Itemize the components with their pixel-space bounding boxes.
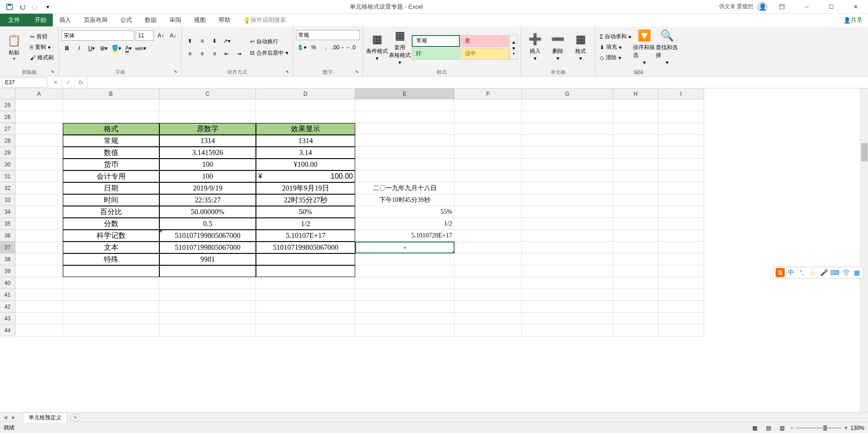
cell-A44[interactable] [15,325,63,336]
cell-B40[interactable] [63,277,159,289]
row-header-38[interactable]: 38 [0,253,15,265]
conditional-format-button[interactable]: ▦条件格式▾ [366,29,388,66]
close-button[interactable]: ✕ [845,0,866,14]
wrap-text-button[interactable]: ↩ 自动换行 [248,37,290,46]
cell-B30[interactable]: 货币 [63,159,159,170]
cell-C26[interactable] [159,111,256,123]
cell-E30[interactable] [355,159,454,170]
cell-D31[interactable]: ¥100.00 [256,170,355,182]
cell-H26[interactable] [613,111,659,123]
cell-I35[interactable] [659,218,704,230]
row-header-29[interactable]: 29 [0,147,15,159]
cell-B29[interactable]: 数值 [63,147,159,159]
row-header-30[interactable]: 30 [0,159,15,170]
cell-C37[interactable]: 510107199805067000 [159,242,256,253]
cell-A40[interactable] [15,277,63,289]
cell-A43[interactable] [15,313,63,325]
cell-C41[interactable] [159,289,256,301]
cell-E33[interactable]: 下午10时45分39秒 [355,194,454,206]
cell-G27[interactable] [522,123,613,135]
cell-C34[interactable]: 50.00000% [159,206,256,218]
cell-D30[interactable]: ¥100.00 [256,159,355,170]
cell-F34[interactable] [454,206,522,218]
tab-file[interactable]: 文件 [0,14,28,26]
cell-A28[interactable] [15,135,63,147]
cell-style-bad[interactable]: 差 [461,35,509,47]
cell-G34[interactable] [522,206,613,218]
row-header-40[interactable]: 40 [0,277,15,289]
name-box[interactable] [2,77,47,88]
cell-D35[interactable]: 1/2 [256,218,355,230]
cell-D25[interactable] [256,99,355,111]
cell-A30[interactable] [15,159,63,170]
cell-D34[interactable]: 50% [256,206,355,218]
cell-E29[interactable] [355,147,454,159]
ime-toolbar[interactable]: S 中 °, ☺ 🎤 ⌨ 👕 ▦ [773,267,863,278]
cell-I26[interactable] [659,111,704,123]
cell-B38[interactable]: 特殊 [63,253,159,265]
cell-D41[interactable] [256,289,355,301]
row-header-32[interactable]: 32 [0,182,15,194]
cell-E34[interactable]: 55% [355,206,454,218]
enter-formula-icon[interactable]: ✓ [62,77,75,88]
tab-review[interactable]: 审阅 [163,14,188,26]
cell-D40[interactable] [256,277,355,289]
cell-I25[interactable] [659,99,704,111]
cell-I44[interactable] [659,325,704,336]
cell-H37[interactable] [613,242,659,253]
redo-button[interactable] [29,1,41,13]
col-header-H[interactable]: H [613,88,659,99]
border-button[interactable]: ⊞▾ [98,43,109,54]
cell-G44[interactable] [522,325,613,336]
ime-mic-icon[interactable]: 🎤 [819,268,828,277]
zoom-out-button[interactable]: − [790,425,793,431]
cell-E31[interactable] [355,170,454,182]
cell-B31[interactable]: 会计专用 [63,170,159,182]
cell-A39[interactable] [15,265,63,277]
cell-H44[interactable] [613,325,659,336]
font-name-select[interactable] [61,31,134,41]
cell-H33[interactable] [613,194,659,206]
cell-H35[interactable] [613,218,659,230]
fx-icon[interactable]: fx [75,77,87,88]
autosum-button[interactable]: Σ 自动求和 ▾ [598,32,633,41]
paste-button[interactable]: 📋粘贴▾ [3,29,26,66]
cell-G37[interactable] [522,242,613,253]
cell-B32[interactable]: 日期 [63,182,159,194]
col-header-I[interactable]: I [659,88,704,99]
tab-formulas[interactable]: 公式 [114,14,138,26]
ime-toolbox-icon[interactable]: ▦ [852,268,861,277]
cell-A27[interactable] [15,123,63,135]
cell-F43[interactable] [454,313,522,325]
cell-H32[interactable] [613,182,659,194]
cell-G42[interactable] [522,301,613,313]
col-header-F[interactable]: F [454,88,522,99]
cell-C39[interactable] [159,265,256,277]
horizontal-scrollbar[interactable] [89,414,859,421]
page-break-view-icon[interactable]: ▥ [776,423,787,433]
cell-G40[interactable] [522,277,613,289]
cell-E38[interactable] [355,253,454,265]
accounting-format-icon[interactable]: 💲▾ [296,42,307,53]
cell-D44[interactable] [256,325,355,336]
cell-A29[interactable] [15,147,63,159]
copy-button[interactable]: ⎘ 复制 ▾ [28,42,56,52]
sheet-tab-active[interactable]: 单元格预定义 [23,412,67,423]
insert-cells-button[interactable]: ➕插入▾ [524,29,546,66]
cell-A34[interactable] [15,206,63,218]
cell-E32[interactable]: 二〇一九年九月十八日 [355,182,454,194]
vertical-scrollbar[interactable] [860,88,868,412]
col-header-B[interactable]: B [63,88,159,99]
cell-C28[interactable]: 1314 [159,135,256,147]
cell-G25[interactable] [522,99,613,111]
qat-customize[interactable]: ▾ [42,1,54,13]
alignment-launcher[interactable]: ⬊ [286,69,292,76]
cell-B44[interactable] [63,325,159,336]
increase-font-icon[interactable]: A↑ [155,30,166,41]
align-left-icon[interactable]: ≡ [184,48,195,59]
cell-I39[interactable] [659,265,704,277]
user-avatar[interactable]: 👤 [757,1,768,12]
cell-H41[interactable] [613,289,659,301]
cell-A37[interactable] [15,242,63,253]
sheet-nav-prev[interactable]: ◀ [4,415,11,420]
